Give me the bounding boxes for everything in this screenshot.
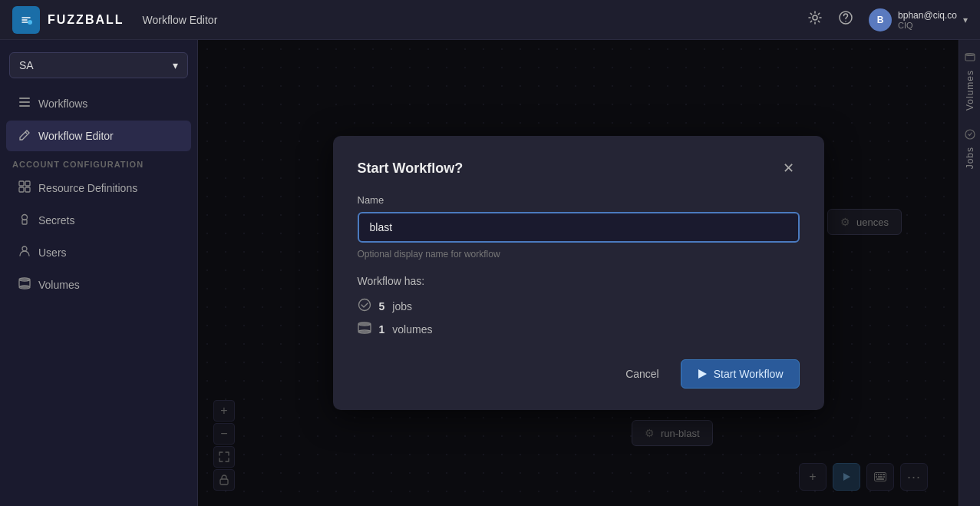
jobs-count: 5 — [379, 300, 385, 313]
volumes-count: 1 — [379, 323, 385, 336]
sidebar-item-workflows[interactable]: Workflows — [6, 88, 191, 119]
svg-rect-8 — [19, 181, 24, 186]
secrets-icon — [18, 213, 31, 228]
sidebar-item-workflows-label: Workflows — [38, 98, 87, 110]
volumes-panel-label: Volumes — [965, 70, 975, 111]
modal-title: Start Workflow? — [358, 160, 464, 177]
logo-icon — [12, 6, 40, 34]
name-hint: Optional display name for workflow — [358, 249, 800, 260]
volumes-icon — [18, 277, 31, 293]
volumes-stat: 1 volumes — [358, 321, 800, 338]
workflows-icon — [18, 96, 31, 111]
volumes-stat-icon — [358, 321, 371, 338]
modal-header: Start Workflow? ✕ — [358, 157, 800, 179]
modal-overlay: Start Workflow? ✕ Name Optional display … — [198, 40, 959, 506]
volumes-panel-icon — [965, 52, 975, 65]
sidebar: SA ▾ Workflows Workflow Editor — [0, 40, 198, 506]
modal-actions: Cancel Start Workflow — [358, 359, 800, 389]
svg-point-14 — [22, 246, 27, 251]
sidebar-item-workflow-editor-label: Workflow Editor — [38, 130, 114, 142]
chevron-down-icon: ▾ — [963, 15, 968, 25]
help-icon[interactable] — [838, 10, 853, 29]
jobs-tab-group[interactable]: Jobs — [965, 129, 975, 169]
canvas-area[interactable]: ⚙ uences ⚙ make-blast-database ⚙ run-bla… — [198, 40, 959, 506]
sidebar-item-workflow-editor[interactable]: Workflow Editor — [6, 121, 191, 151]
modal-stats: 5 jobs 1 volumes — [358, 298, 800, 338]
workflow-has-label: Workflow has: — [358, 275, 800, 287]
user-email: bphan@ciq.co — [898, 10, 957, 21]
svg-point-1 — [28, 20, 32, 25]
settings-icon[interactable] — [807, 10, 823, 29]
sidebar-item-secrets[interactable]: Secrets — [6, 205, 191, 236]
user-role: CIQ — [898, 21, 957, 30]
start-workflow-label: Start Workflow — [714, 368, 784, 380]
start-workflow-modal: Start Workflow? ✕ Name Optional display … — [333, 136, 824, 410]
sidebar-item-volumes[interactable]: Volumes — [6, 270, 191, 300]
topbar-title: Workflow Editor — [143, 14, 218, 26]
cancel-button[interactable]: Cancel — [613, 362, 671, 386]
sidebar-item-users[interactable]: Users — [6, 237, 191, 268]
main-layout: SA ▾ Workflows Workflow Editor — [0, 40, 980, 506]
workspace-dropdown[interactable]: SA ▾ — [9, 52, 188, 78]
svg-rect-9 — [25, 181, 30, 186]
right-panel: Volumes Jobs — [959, 40, 980, 506]
workspace-label: SA — [19, 59, 34, 71]
name-label: Name — [358, 194, 800, 206]
svg-point-2 — [813, 15, 817, 20]
sidebar-item-secrets-label: Secrets — [38, 214, 74, 227]
user-info: bphan@ciq.co CIQ — [898, 10, 957, 30]
name-input[interactable] — [358, 212, 800, 243]
volumes-tab-group[interactable]: Volumes — [965, 52, 975, 111]
svg-rect-6 — [19, 101, 30, 103]
account-config-section: ACCOUNT CONFIGURATION — [0, 152, 197, 172]
svg-rect-10 — [19, 187, 24, 192]
user-area[interactable]: B bphan@ciq.co CIQ ▾ — [869, 8, 968, 31]
topbar-icons: B bphan@ciq.co CIQ ▾ — [807, 8, 968, 31]
jobs-stat-icon — [358, 298, 371, 315]
svg-point-4 — [845, 21, 846, 22]
jobs-panel-icon — [965, 129, 975, 142]
svg-rect-7 — [19, 105, 30, 107]
sidebar-item-resource-definitions[interactable]: Resource Definitions — [6, 173, 191, 203]
logo-name: FUZZBALL — [48, 13, 124, 27]
svg-marker-33 — [698, 369, 707, 379]
jobs-stat: 5 jobs — [358, 298, 800, 315]
users-icon — [18, 245, 31, 260]
jobs-panel-label: Jobs — [965, 147, 975, 169]
svg-rect-11 — [25, 187, 30, 192]
topbar: FUZZBALL Workflow Editor B bphan@ciq.co … — [0, 0, 980, 40]
sidebar-item-resource-definitions-label: Resource Definitions — [38, 182, 137, 194]
logo-area: FUZZBALL — [12, 6, 124, 34]
workflow-editor-icon — [18, 128, 31, 144]
resource-definitions-icon — [18, 180, 31, 196]
jobs-label: jobs — [392, 300, 412, 313]
modal-close-button[interactable]: ✕ — [778, 157, 800, 179]
dropdown-chevron-icon: ▾ — [173, 59, 178, 71]
svg-point-29 — [358, 299, 370, 311]
volumes-label: volumes — [392, 323, 432, 336]
sidebar-item-volumes-label: Volumes — [38, 279, 80, 291]
svg-rect-5 — [19, 98, 30, 99]
start-workflow-button[interactable]: Start Workflow — [681, 359, 800, 389]
sidebar-item-users-label: Users — [38, 246, 67, 259]
play-icon — [697, 369, 708, 379]
avatar: B — [869, 8, 892, 31]
